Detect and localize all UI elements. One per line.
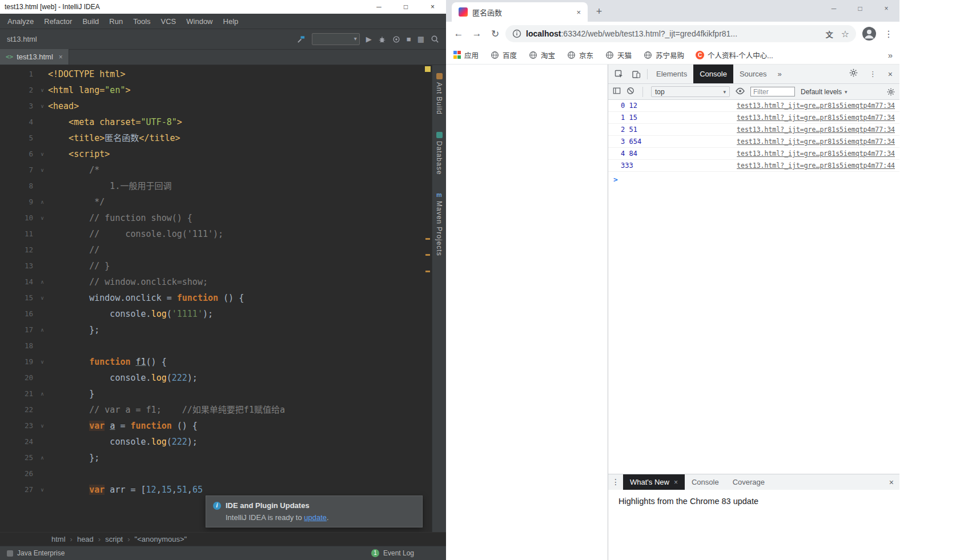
code-editor[interactable]: 1<!DOCTYPE html>2∨<html lang="en">3∨<hea… — [0, 65, 432, 532]
live-expression-eye-icon[interactable] — [736, 87, 745, 97]
console-source-link[interactable]: test13.html?_ijt=gre…pr81s5iemqtp4m77:34 — [737, 114, 895, 122]
breadcrumb-item[interactable]: head — [77, 535, 94, 543]
bookmark-item[interactable]: 京东 — [567, 50, 593, 61]
bookmark-item[interactable]: 淘宝 — [528, 50, 555, 61]
address-bar[interactable]: localhost:63342/web/web/test13.html?_ijt… — [505, 25, 856, 42]
console-source-link[interactable]: test13.html?_ijt=gre…pr81s5iemqtp4m77:44 — [737, 162, 895, 170]
site-info-icon[interactable] — [512, 29, 521, 38]
warning-mark[interactable] — [425, 238, 430, 240]
code-line[interactable]: 6∨ <script> — [0, 146, 432, 162]
build-hammer-icon[interactable] — [297, 35, 306, 43]
fold-marker-icon[interactable]: ∨ — [37, 82, 48, 98]
code-line[interactable]: 14∧ // window.onclick=show; — [0, 274, 432, 290]
bookmark-item[interactable]: 苏宁易购 — [643, 50, 684, 61]
bookmark-star-icon[interactable]: ☆ — [838, 29, 853, 39]
code-line[interactable]: 1<!DOCTYPE html> — [0, 66, 432, 82]
fold-marker-icon[interactable]: ∨ — [37, 418, 48, 434]
console-source-link[interactable]: test13.html?_ijt=gre…pr81s5iemqtp4m77:34 — [737, 150, 895, 158]
fold-marker-icon[interactable]: ∨ — [37, 146, 48, 162]
bookmarks-overflow-icon[interactable]: » — [883, 50, 893, 60]
devtools-more-icon[interactable]: ⋮ — [865, 70, 881, 78]
code-line[interactable]: 12 // — [0, 242, 432, 258]
back-button[interactable]: ← — [451, 28, 467, 39]
drawer-tab-close-icon[interactable]: × — [674, 478, 678, 486]
menu-build[interactable]: Build — [77, 17, 104, 26]
status-left-label[interactable]: Java Enterprise — [17, 549, 65, 557]
code-line[interactable]: 2∨<html lang="en"> — [0, 82, 432, 98]
code-line[interactable]: 25∧ }; — [0, 450, 432, 466]
menu-tools[interactable]: Tools — [128, 17, 155, 26]
fold-marker-icon[interactable]: ∨ — [37, 290, 48, 306]
debug-button[interactable] — [378, 35, 386, 43]
fold-marker-icon[interactable]: ∧ — [37, 386, 48, 402]
inspect-element-button[interactable] — [610, 70, 628, 79]
code-line[interactable]: 20 console.log(222); — [0, 370, 432, 386]
forward-button[interactable]: → — [469, 28, 485, 39]
console-settings-icon[interactable] — [887, 88, 895, 96]
warning-mark[interactable] — [425, 271, 430, 272]
breadcrumb-item[interactable]: script — [105, 535, 123, 543]
chrome-menu-icon[interactable]: ⋮ — [882, 29, 895, 39]
coverage-button[interactable] — [392, 35, 400, 43]
drawer-menu-icon[interactable]: ⋮ — [608, 474, 623, 490]
bookmark-item[interactable]: 百度 — [490, 50, 517, 61]
code-line[interactable]: 10∨ // function show() { — [0, 210, 432, 226]
bookmark-item[interactable]: C个人资料-个人中心... — [696, 50, 773, 61]
fold-marker-icon[interactable]: ∨ — [37, 354, 48, 370]
nav-file-breadcrumb[interactable]: st13.html — [7, 35, 37, 43]
console-source-link[interactable]: test13.html?_ijt=gre…pr81s5iemqtp4m77:34 — [737, 102, 895, 110]
code-line[interactable]: 18 — [0, 338, 432, 354]
profile-avatar[interactable] — [862, 26, 877, 41]
fold-marker-icon[interactable]: ∨ — [37, 210, 48, 226]
console-prompt[interactable]: > — [608, 172, 899, 187]
event-log-label[interactable]: Event Log — [383, 549, 414, 557]
fold-marker-icon[interactable]: ∧ — [37, 274, 48, 290]
menu-window[interactable]: Window — [181, 17, 218, 26]
clear-console-icon[interactable] — [626, 87, 634, 97]
console-source-link[interactable]: test13.html?_ijt=gre…pr81s5iemqtp4m77:34 — [737, 126, 895, 134]
code-line[interactable]: 7∨ /* — [0, 162, 432, 178]
code-line[interactable]: 4 <meta charset="UTF-8"> — [0, 114, 432, 130]
devtools-tab-elements[interactable]: Elements — [650, 65, 693, 83]
devtools-tab-console[interactable]: Console — [693, 65, 733, 83]
code-line[interactable]: 11 // console.log('111'); — [0, 226, 432, 242]
tab-close-icon[interactable]: × — [576, 8, 581, 17]
whats-new-heading[interactable]: Highlights from the Chrome 83 update — [618, 497, 758, 506]
maximize-button[interactable]: □ — [392, 0, 419, 14]
devtools-close-icon[interactable]: × — [888, 70, 893, 79]
translate-icon[interactable]: 文 — [826, 29, 833, 39]
menu-help[interactable]: Help — [218, 17, 244, 26]
maximize-button[interactable]: □ — [847, 0, 873, 17]
fold-marker-icon[interactable]: ∧ — [37, 322, 48, 338]
console-filter-input[interactable] — [750, 87, 795, 96]
code-line[interactable]: 15∨ window.onclick = function () { — [0, 290, 432, 306]
code-line[interactable]: 23∨ var a = function () { — [0, 418, 432, 434]
close-button[interactable]: × — [873, 0, 899, 17]
code-line[interactable]: 9∧ */ — [0, 194, 432, 210]
run-button[interactable]: ▶ — [366, 35, 372, 43]
drawer-close-icon[interactable]: × — [883, 474, 899, 490]
event-log-widget[interactable]: 1 Event Log — [371, 549, 439, 557]
drawer-tab-coverage[interactable]: Coverage — [726, 474, 772, 490]
log-levels-select[interactable]: Default levels ▾ — [801, 88, 847, 96]
menu-run[interactable]: Run — [104, 17, 128, 26]
bookmark-item[interactable]: 应用 — [453, 50, 479, 61]
url-text[interactable]: localhost:63342/web/web/test13.html?_ijt… — [526, 29, 821, 38]
console-sidebar-icon[interactable] — [613, 87, 621, 97]
minimize-button[interactable]: ─ — [365, 0, 392, 14]
web-page[interactable] — [446, 65, 608, 560]
update-link[interactable]: update — [304, 513, 327, 522]
minimize-button[interactable]: ─ — [821, 0, 847, 17]
code-line[interactable]: 13 // } — [0, 258, 432, 274]
context-selector[interactable]: top ▾ — [651, 86, 730, 97]
toolwindow-maven[interactable]: mMaven Projects — [435, 192, 443, 256]
code-line[interactable]: 24 console.log(222); — [0, 434, 432, 450]
new-tab-button[interactable]: + — [591, 3, 607, 19]
breadcrumb-item[interactable]: html — [51, 535, 66, 543]
console-output[interactable]: 0 12test13.html?_ijt=gre…pr81s5iemqtp4m7… — [608, 100, 899, 474]
code-line[interactable]: 16 console.log('1111'); — [0, 306, 432, 322]
menu-vcs[interactable]: VCS — [156, 17, 182, 26]
run-config-select[interactable]: ▾ — [312, 33, 360, 45]
bookmark-item[interactable]: 天猫 — [605, 50, 632, 61]
toolwindow-database[interactable]: Database — [435, 132, 443, 175]
